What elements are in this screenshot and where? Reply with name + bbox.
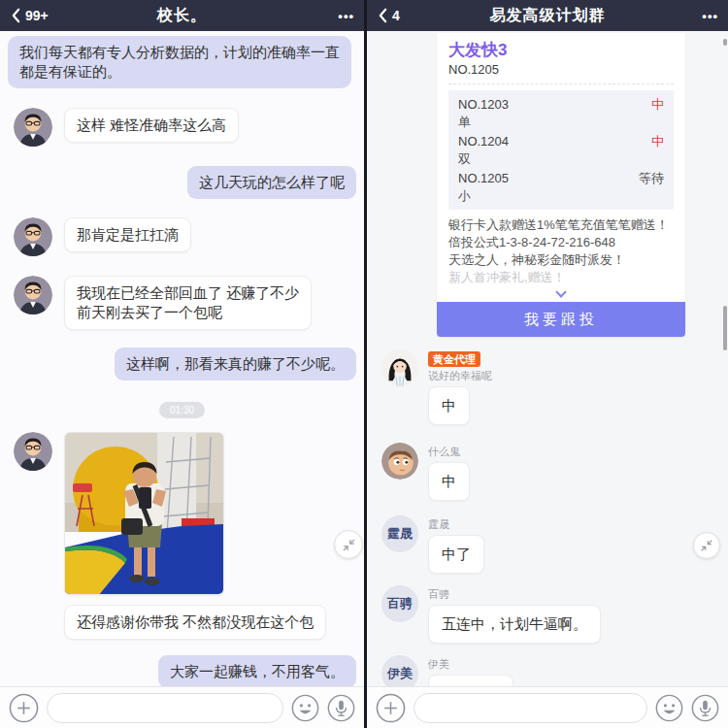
lottery-plan-card: 大发快3 NO.1205 NO.1203 中 单 <box>437 33 685 337</box>
chevron-left-icon <box>377 7 389 24</box>
result-badge: 等待 <box>639 170 664 187</box>
collapse-screen-button[interactable] <box>334 530 363 559</box>
message-row: 还得感谢你带我 不然都没现在这个包 <box>8 605 356 640</box>
message-row: 我现在已经全部回血了 还赚了不少 前天刚去买了一个包呢 <box>8 276 356 330</box>
scrollbar-thumb[interactable] <box>723 306 727 350</box>
results-board: NO.1203 中 单 NO.1204 中 双 <box>448 90 674 210</box>
avatar[interactable]: 伊美 <box>381 655 418 686</box>
voice-button[interactable] <box>691 694 719 722</box>
message-row: 大家一起赚钱，不用客气。 <box>8 655 356 686</box>
message-bubble: 这样啊，那看来真的赚了不少呢。 <box>115 347 356 381</box>
chat-screen-private: 99+ 校长。 ••• 我们每天都有专人分析数据的，计划的准确率一直都是有保证的… <box>0 0 364 728</box>
avatar[interactable]: 百骋 <box>381 585 418 622</box>
smiley-icon <box>655 694 683 722</box>
member-name: 霆晟 <box>428 517 484 531</box>
message-bubble: 中 <box>428 462 470 501</box>
man-avatar-icon <box>14 108 52 147</box>
member-badge: 黄金代理 <box>428 351 480 367</box>
message-bubble: 中 <box>428 386 470 425</box>
message-bubble: 五连中，计划牛逼啊。 <box>428 605 601 644</box>
avatar[interactable] <box>14 217 52 256</box>
group-message-row: 霆晟 霆晟 中了 <box>381 515 728 574</box>
round-number: NO.1205 <box>458 170 509 187</box>
message-input-bar <box>0 686 364 728</box>
collapse-arrows-icon <box>342 538 356 552</box>
message-bubble: 这几天玩的怎么样了呢 <box>187 166 356 199</box>
photo-message[interactable] <box>64 432 224 595</box>
follow-bet-button[interactable]: 我要跟投 <box>437 302 685 337</box>
header-left: 99+ 校长。 ••• <box>0 0 364 31</box>
round-number: NO.1204 <box>458 133 509 150</box>
message-row: 我们每天都有专人分析数据的，计划的准确率一直都是有保证的。 <box>8 36 356 88</box>
emoji-button[interactable] <box>291 694 319 722</box>
game-name: 大发快3 <box>448 41 674 60</box>
back-button[interactable]: 4 <box>377 7 447 24</box>
man-avatar-icon <box>14 217 52 256</box>
collapse-screen-button[interactable] <box>693 532 720 559</box>
member-name: 说好的幸福呢 <box>428 369 492 382</box>
expand-chevron-icon[interactable] <box>555 288 567 298</box>
avatar[interactable] <box>14 276 52 314</box>
group-message-row: 什么鬼 中 <box>381 443 728 501</box>
group-message-row: 黄金代理 说好的幸福呢 中 <box>381 349 728 425</box>
avatar[interactable] <box>14 432 52 471</box>
voice-button[interactable] <box>327 694 355 722</box>
selfie-photo <box>65 433 224 595</box>
message-row: 这样啊，那看来真的赚了不少呢。 <box>8 347 356 381</box>
promo-line: 天选之人，神秘彩金随时派发！ <box>448 251 674 269</box>
man-avatar-icon <box>14 276 52 314</box>
pick-value: 小 <box>458 187 664 204</box>
time-divider: 01:30 <box>8 402 356 418</box>
message-row: 这样 难怪准确率这么高 <box>8 108 356 147</box>
group-message-list: 大发快3 NO.1205 NO.1203 中 单 <box>367 31 728 686</box>
avatar[interactable] <box>381 443 418 480</box>
avatar[interactable] <box>14 108 52 147</box>
message-bubble: 那肯定是扛扛滴 <box>64 217 191 252</box>
member-name: 百骋 <box>428 587 601 601</box>
unread-count: 4 <box>392 8 400 23</box>
message-input-bar <box>367 686 728 728</box>
message-bubble: 厉害厉害 <box>428 675 513 686</box>
promo-line-faded: 新人首冲豪礼,赠送！ <box>448 269 674 286</box>
promo-text: 银行卡入款赠送1%笔笔充值笔笔赠送！ 倍投公式1-3-8-24-72-216-6… <box>448 210 674 286</box>
emoji-button[interactable] <box>655 694 683 722</box>
result-row: NO.1204 中 双 <box>458 133 664 167</box>
member-name: 什么鬼 <box>428 445 470 458</box>
pick-value: 单 <box>458 114 664 130</box>
more-menu-icon[interactable]: ••• <box>284 9 354 23</box>
attach-button[interactable] <box>9 693 39 723</box>
more-menu-icon[interactable]: ••• <box>648 9 718 23</box>
girl-avatar-icon <box>381 349 418 386</box>
baby-avatar-icon <box>381 443 418 480</box>
pick-value: 双 <box>458 150 664 167</box>
message-bubble: 我现在已经全部回血了 还赚了不少 前天刚去买了一个包呢 <box>64 276 312 330</box>
avatar[interactable]: 霆晟 <box>381 515 418 552</box>
dashed-divider <box>448 83 674 84</box>
plus-icon <box>376 693 406 723</box>
promo-line: 倍投公式1-3-8-24-72-216-648 <box>448 234 674 251</box>
message-bubble: 还得感谢你带我 不然都没现在这个包 <box>64 605 326 640</box>
message-bubble: 我们每天都有专人分析数据的，计划的准确率一直都是有保证的。 <box>8 36 351 88</box>
smiley-icon <box>291 694 319 722</box>
message-row: 这几天玩的怎么样了呢 <box>8 166 356 199</box>
collapse-arrows-icon <box>700 539 713 552</box>
message-input[interactable] <box>47 693 283 723</box>
message-bubble: 中了 <box>428 535 484 574</box>
chat-title: 易发高级计划群 <box>447 6 648 26</box>
promo-line: 银行卡入款赠送1%笔笔充值笔笔赠送！ <box>448 216 674 234</box>
message-bubble: 大家一起赚钱，不用客气。 <box>158 655 356 686</box>
chat-screen-group: 4 易发高级计划群 ••• 大发快3 NO.1205 NO.1203 中 <box>367 0 728 728</box>
avatar[interactable] <box>381 349 418 386</box>
chat-title: 校长。 <box>80 6 284 26</box>
two-chat-screens: 99+ 校长。 ••• 我们每天都有专人分析数据的，计划的准确率一直都是有保证的… <box>0 0 728 728</box>
attach-button[interactable] <box>376 693 406 723</box>
plus-icon <box>9 693 39 723</box>
message-list: 我们每天都有专人分析数据的，计划的准确率一直都是有保证的。 这样 难怪准确率这么… <box>0 31 364 686</box>
man-avatar-icon <box>14 432 52 471</box>
header-right: 4 易发高级计划群 ••• <box>367 0 728 31</box>
result-badge: 中 <box>651 96 664 114</box>
back-button[interactable]: 99+ <box>10 7 80 24</box>
microphone-icon <box>327 694 355 722</box>
message-input[interactable] <box>414 693 647 723</box>
scrollbar-thumb[interactable] <box>723 39 727 46</box>
